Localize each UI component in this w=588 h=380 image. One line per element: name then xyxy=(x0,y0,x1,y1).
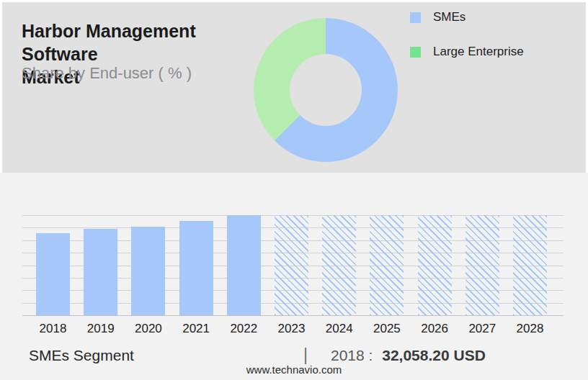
legend-item-large-enterprise: Large Enterprise xyxy=(410,45,524,59)
year-label-2026: 2026 xyxy=(412,322,457,336)
bar-2019 xyxy=(84,229,117,315)
bar-2018 xyxy=(36,233,70,315)
legend-item-smes: SMEs xyxy=(410,10,466,24)
footer-separator: | xyxy=(303,345,308,365)
page-subtitle: Share by End-user ( % ) xyxy=(22,64,192,83)
year-label-2020: 2020 xyxy=(126,322,171,336)
year-label-2021: 2021 xyxy=(174,322,218,336)
bar-2025 xyxy=(370,215,404,315)
legend-label-large-enterprise: Large Enterprise xyxy=(433,45,524,59)
bar-2020 xyxy=(131,227,165,315)
axis-baseline xyxy=(22,315,564,316)
known-value-year: 2018 : xyxy=(331,347,373,363)
bar-2023 xyxy=(275,215,308,315)
year-label-2019: 2019 xyxy=(79,322,123,336)
page-title-line1: Harbor Management Software xyxy=(22,19,259,65)
donut-hole xyxy=(290,54,362,126)
legend-marker-smes xyxy=(410,12,421,23)
bar-2028 xyxy=(513,215,547,315)
bar-2021 xyxy=(179,221,213,315)
known-value-line: 2018 : 32,058.20 USD xyxy=(331,347,486,364)
bar-plot: 2018201920202021202220232024202520262027… xyxy=(22,215,564,316)
bar-2022 xyxy=(227,215,261,315)
bar-chart-panel: 2018201920202021202220232024202520262027… xyxy=(0,173,588,380)
segment-label: SMEs Segment xyxy=(29,347,134,364)
year-label-2024: 2024 xyxy=(317,322,362,336)
website-url: www.technavio.com xyxy=(0,363,588,376)
year-label-2022: 2022 xyxy=(221,322,266,336)
legend-marker-large-enterprise xyxy=(410,47,421,58)
bar-2026 xyxy=(418,215,452,315)
year-label-2027: 2027 xyxy=(460,322,504,336)
year-label-2023: 2023 xyxy=(270,322,314,336)
header-panel: Harbor Management Software Market Share … xyxy=(2,2,586,173)
donut-chart xyxy=(254,18,398,162)
known-value-amount: 32,058.20 USD xyxy=(382,347,486,363)
year-label-2018: 2018 xyxy=(31,322,76,336)
legend-label-smes: SMEs xyxy=(433,10,466,24)
bar-2024 xyxy=(322,215,356,315)
year-label-2025: 2025 xyxy=(365,322,409,336)
bar-2027 xyxy=(466,215,499,315)
year-label-2028: 2028 xyxy=(508,322,553,336)
